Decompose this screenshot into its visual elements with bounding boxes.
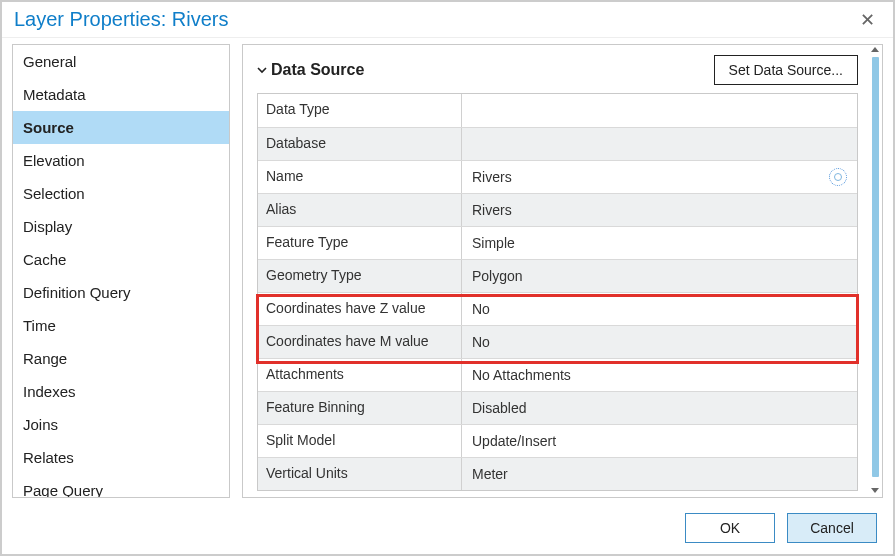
titlebar: Layer Properties: Rivers ✕ (2, 2, 893, 38)
grid-row-data-type: Data Type (258, 94, 857, 127)
grid-row-feature-binning: Feature Binning Disabled (258, 391, 857, 424)
grid-label: Name (258, 161, 462, 193)
grid-label: Attachments (258, 359, 462, 391)
sidebar-item-elevation[interactable]: Elevation (13, 144, 229, 177)
data-source-grid: Data Type Database Name Rivers (257, 93, 858, 491)
section-header-row: Data Source Set Data Source... (257, 55, 864, 85)
grid-label: Geometry Type (258, 260, 462, 292)
grid-value: Update/Insert (462, 425, 857, 457)
sidebar-item-page-query[interactable]: Page Query (13, 474, 229, 498)
sidebar-item-label: Definition Query (23, 284, 131, 301)
sidebar-item-label: Metadata (23, 86, 86, 103)
sidebar-item-label: Range (23, 350, 67, 367)
sidebar-item-general[interactable]: General (13, 45, 229, 78)
ok-button[interactable]: OK (685, 513, 775, 543)
grid-row-geometry-type: Geometry Type Polygon (258, 259, 857, 292)
sidebar-item-range[interactable]: Range (13, 342, 229, 375)
sidebar-item-indexes[interactable]: Indexes (13, 375, 229, 408)
grid-row-attachments: Attachments No Attachments (258, 358, 857, 391)
sidebar-item-label: Indexes (23, 383, 76, 400)
sidebar-item-label: Page Query (23, 482, 103, 498)
grid-row-m-value: Coordinates have M value No (258, 325, 857, 358)
sidebar-item-source[interactable]: Source (13, 111, 229, 144)
sidebar-item-label: Display (23, 218, 72, 235)
grid-row-vertical-units: Vertical Units Meter (258, 457, 857, 490)
sidebar-item-metadata[interactable]: Metadata (13, 78, 229, 111)
sidebar-item-label: Cache (23, 251, 66, 268)
grid-value (462, 128, 857, 160)
grid-label: Data Type (258, 94, 462, 127)
sidebar-item-definition-query[interactable]: Definition Query (13, 276, 229, 309)
main-panel: Data Source Set Data Source... Data Type… (242, 44, 883, 498)
grid-row-feature-type: Feature Type Simple (258, 226, 857, 259)
grid-value: Simple (462, 227, 857, 259)
sidebar-item-cache[interactable]: Cache (13, 243, 229, 276)
dialog-body: General Metadata Source Elevation Select… (2, 38, 893, 502)
grid-value-text: Rivers (472, 169, 512, 185)
main-content: Data Source Set Data Source... Data Type… (243, 45, 868, 497)
section-title: Data Source (271, 61, 364, 79)
sidebar: General Metadata Source Elevation Select… (12, 44, 230, 498)
grid-label: Feature Binning (258, 392, 462, 424)
grid-value: Rivers (462, 194, 857, 226)
grid-value: No Attachments (462, 359, 857, 391)
grid-value: Polygon (462, 260, 857, 292)
grid-label: Split Model (258, 425, 462, 457)
sidebar-item-label: Selection (23, 185, 85, 202)
grid-value: Meter (462, 458, 857, 490)
set-data-source-button[interactable]: Set Data Source... (714, 55, 858, 85)
grid-value: Rivers (462, 161, 857, 193)
scroll-up-icon[interactable] (871, 47, 879, 52)
sidebar-item-label: Elevation (23, 152, 85, 169)
grid-label: Alias (258, 194, 462, 226)
grid-row-z-value: Coordinates have Z value No (258, 292, 857, 325)
sidebar-item-label: Joins (23, 416, 58, 433)
grid-label: Database (258, 128, 462, 160)
layer-properties-dialog: Layer Properties: Rivers ✕ General Metad… (0, 0, 895, 556)
scroll-down-icon[interactable] (871, 488, 879, 493)
grid-row-database: Database (258, 127, 857, 160)
chevron-down-icon (257, 65, 267, 75)
grid-value: No (462, 326, 857, 358)
sidebar-item-label: Time (23, 317, 56, 334)
cancel-button[interactable]: Cancel (787, 513, 877, 543)
grid-value: Disabled (462, 392, 857, 424)
grid-label: Vertical Units (258, 458, 462, 490)
sidebar-item-selection[interactable]: Selection (13, 177, 229, 210)
grid-value: No (462, 293, 857, 325)
section-header[interactable]: Data Source (257, 61, 364, 79)
grid-value (462, 94, 857, 127)
sidebar-item-time[interactable]: Time (13, 309, 229, 342)
grid-row-split-model: Split Model Update/Insert (258, 424, 857, 457)
locate-icon[interactable] (829, 168, 847, 186)
sidebar-item-label: Source (23, 119, 74, 136)
scrollbar[interactable] (868, 45, 882, 497)
sidebar-item-display[interactable]: Display (13, 210, 229, 243)
sidebar-item-relates[interactable]: Relates (13, 441, 229, 474)
scroll-thumb[interactable] (872, 57, 879, 477)
grid-row-alias: Alias Rivers (258, 193, 857, 226)
dialog-title: Layer Properties: Rivers (14, 8, 229, 31)
grid-label: Coordinates have Z value (258, 293, 462, 325)
grid-row-name: Name Rivers (258, 160, 857, 193)
close-icon[interactable]: ✕ (854, 7, 881, 33)
grid-label: Feature Type (258, 227, 462, 259)
grid-label: Coordinates have M value (258, 326, 462, 358)
sidebar-item-label: Relates (23, 449, 74, 466)
sidebar-item-joins[interactable]: Joins (13, 408, 229, 441)
dialog-footer: OK Cancel (2, 502, 893, 554)
sidebar-item-label: General (23, 53, 76, 70)
